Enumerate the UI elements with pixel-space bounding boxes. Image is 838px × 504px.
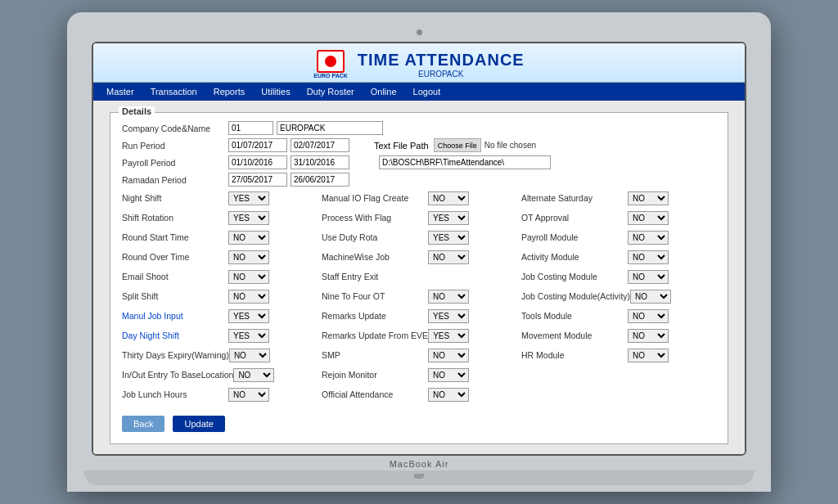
smp-select[interactable]: NOYES	[428, 349, 469, 362]
field-remarks-update-from-eve: Remarks Update From EVE YESNO	[322, 327, 516, 344]
job-costing-module-select[interactable]: NOYES	[628, 270, 669, 284]
alternate-saturday-select[interactable]: NOYES	[628, 191, 669, 205]
process-with-flag-select[interactable]: YESNO	[428, 211, 469, 225]
hr-module-select[interactable]: NOYES	[628, 349, 669, 362]
round-start-time-select[interactable]: NOYES	[228, 231, 269, 245]
nav-logout[interactable]: Logout	[405, 83, 449, 101]
app-title: TIME ATTENDANCE	[358, 51, 525, 70]
manul-job-input-select[interactable]: YESNO	[228, 309, 269, 323]
field-staff-entry-exit: Staff Entry Exit	[322, 268, 516, 285]
official-attendance-select[interactable]: NOYES	[428, 388, 469, 402]
job-costing-module-label: Job Costing Module	[521, 272, 628, 281]
field-movement-module: Movement Module NOYES	[521, 327, 716, 344]
choose-file-button[interactable]: Choose File	[434, 138, 481, 152]
field-job-costing-module-activity: Job Costing Module(Activity) NOYES	[521, 288, 716, 304]
logo-red-circle	[325, 56, 336, 67]
ramadan-period-from-input[interactable]	[228, 173, 287, 187]
payroll-module-select[interactable]: NOYES	[628, 231, 669, 245]
field-email-shoot: Email Shoot NOYES	[122, 268, 317, 285]
company-code-input[interactable]	[228, 121, 273, 135]
nav-online[interactable]: Online	[363, 83, 405, 101]
ramadan-period-row: Ramadan Period	[122, 173, 716, 187]
company-name-input[interactable]	[277, 121, 383, 135]
payroll-period-row: Payroll Period	[122, 155, 716, 169]
details-legend: Details	[119, 106, 155, 116]
staff-entry-exit-label: Staff Entry Exit	[322, 272, 428, 281]
remarks-update-label: Remarks Update	[322, 311, 428, 321]
use-duty-rota-label: Use Duty Rota	[322, 232, 428, 242]
field-nine-to-four-ot: Nine To Four OT NOYES	[322, 288, 516, 304]
nav-duty-roster[interactable]: Duty Roster	[299, 83, 363, 101]
nav-transaction[interactable]: Transaction	[142, 83, 205, 101]
nav-bar: Master Transaction Reports Utilities Dut…	[93, 83, 745, 101]
nine-to-four-ot-select[interactable]: NOYES	[428, 290, 469, 304]
field-job-costing-module: Job Costing Module NOYES	[521, 268, 716, 285]
field-inout-entry: In/Out Entry To BaseLocation NOYES	[122, 367, 317, 383]
thirty-days-expiry-select[interactable]: NOYES	[229, 349, 270, 362]
manual-io-flag-select[interactable]: NOYES	[428, 191, 469, 205]
field-manual-io-flag: Manual IO Flag Create NOYES	[322, 190, 516, 206]
nav-master[interactable]: Master	[98, 83, 142, 101]
night-shift-select[interactable]: YESNO	[228, 191, 269, 205]
back-button[interactable]: Back	[122, 416, 164, 432]
payroll-period-from-input[interactable]	[228, 155, 287, 169]
file-path-input[interactable]	[379, 155, 551, 169]
field-remarks-update: Remarks Update YESNO	[322, 308, 516, 324]
round-over-time-select[interactable]: NOYES	[228, 250, 269, 264]
laptop-base	[83, 470, 755, 485]
field-manul-job-input: Manul Job Input YESNO	[122, 308, 317, 324]
job-lunch-hours-select[interactable]: NOYES	[228, 388, 269, 402]
field-machinewise-job: MachineWise Job NOYES	[322, 249, 516, 265]
field-thirty-days-expiry: Thirty Days Expiry(Warning) NOYES	[122, 347, 317, 363]
update-button[interactable]: Update	[173, 416, 224, 432]
smp-label: SMP	[322, 350, 428, 360]
movement-module-select[interactable]: NOYES	[628, 329, 669, 343]
field-rejoin-monitor: Rejoin Monitor NOYES	[322, 367, 516, 383]
logo-text: EURO PACK	[313, 73, 347, 79]
activity-module-label: Activity Module	[521, 252, 628, 262]
email-shoot-label: Email Shoot	[122, 272, 228, 281]
run-period-from-input[interactable]	[228, 138, 287, 152]
activity-module-select[interactable]: NOYES	[628, 250, 669, 264]
macbook-label: MacBook Air	[92, 456, 746, 470]
remarks-update-select[interactable]: YESNO	[428, 309, 469, 323]
inout-entry-label: In/Out Entry To BaseLocation	[122, 370, 233, 380]
col2: Manual IO Flag Create NOYES Process With…	[322, 190, 516, 406]
payroll-period-to-input[interactable]	[291, 155, 349, 169]
col1: Night Shift YESNO Shift Rotation YESNO R…	[122, 190, 317, 406]
field-day-night-shift: Day Night Shift YESNO	[122, 327, 317, 344]
process-with-flag-label: Process With Flag	[322, 213, 428, 223]
remarks-update-from-eve-label: Remarks Update From EVE	[322, 331, 428, 340]
email-shoot-select[interactable]: NOYES	[228, 270, 269, 284]
run-period-to-input[interactable]	[291, 138, 349, 152]
day-night-shift-select[interactable]: YESNO	[228, 329, 269, 343]
nav-utilities[interactable]: Utilities	[253, 83, 298, 101]
ot-approval-select[interactable]: NOYES	[628, 211, 669, 225]
alternate-saturday-label: Alternate Saturday	[521, 193, 628, 203]
field-use-duty-rota: Use Duty Rota YESNO	[322, 229, 516, 245]
machinewise-job-label: MachineWise Job	[322, 252, 428, 262]
day-night-shift-label: Day Night Shift	[122, 331, 228, 340]
tools-module-select[interactable]: NOYES	[628, 309, 669, 323]
company-label: Company Code&Name	[122, 124, 228, 133]
split-shift-select[interactable]: NOYES	[228, 290, 269, 304]
nav-reports[interactable]: Reports	[205, 83, 254, 101]
shift-rotation-select[interactable]: YESNO	[228, 211, 269, 225]
inout-entry-select[interactable]: NOYES	[233, 368, 274, 382]
app-header: EURO PACK TIME ATTENDANCE EUROPACK	[93, 43, 745, 83]
job-lunch-hours-label: Job Lunch Hours	[122, 389, 228, 399]
use-duty-rota-select[interactable]: YESNO	[428, 231, 469, 245]
payroll-period-label: Payroll Period	[122, 158, 228, 168]
field-ot-approval: OT Approval NOYES	[521, 209, 716, 226]
options-grid: Night Shift YESNO Shift Rotation YESNO R…	[122, 190, 716, 406]
job-costing-module-activity-select[interactable]: NOYES	[630, 290, 671, 304]
main-content: Details Company Code&Name Run Period Tex…	[93, 101, 745, 454]
remarks-update-from-eve-select[interactable]: YESNO	[428, 329, 469, 343]
machinewise-job-select[interactable]: NOYES	[428, 250, 469, 264]
shift-rotation-label: Shift Rotation	[122, 213, 228, 223]
nine-to-four-ot-label: Nine To Four OT	[322, 291, 428, 301]
rejoin-monitor-select[interactable]: NOYES	[428, 368, 469, 382]
ramadan-period-to-input[interactable]	[291, 173, 349, 187]
job-costing-module-activity-label: Job Costing Module(Activity)	[521, 291, 630, 301]
thirty-days-expiry-label: Thirty Days Expiry(Warning)	[122, 350, 229, 360]
